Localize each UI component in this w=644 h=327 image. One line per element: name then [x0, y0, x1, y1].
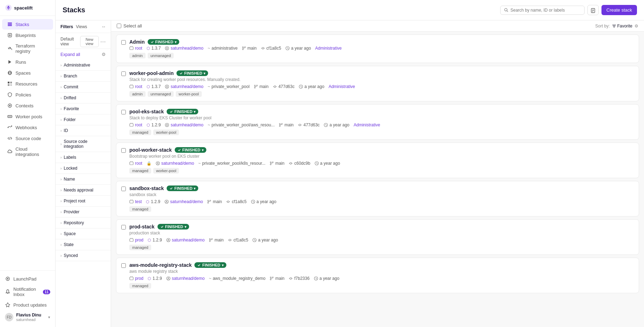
- stack-name[interactable]: sandbox-stack: [129, 185, 164, 191]
- svg-point-55: [167, 124, 168, 125]
- spacelift-logo-icon: [5, 4, 12, 11]
- sidebar-item-contexts[interactable]: Contexts: [2, 100, 53, 111]
- stack-description: production stack: [129, 231, 634, 235]
- svg-point-87: [210, 241, 211, 242]
- svg-line-21: [9, 137, 10, 140]
- search-bar[interactable]: [500, 6, 585, 15]
- commit-icon: [298, 123, 302, 127]
- stack-info: prod-stack FINISHED ▾ production stack p…: [129, 224, 634, 250]
- stack-select-checkbox[interactable]: [121, 187, 126, 191]
- stack-select-checkbox[interactable]: [121, 225, 126, 229]
- filter-item[interactable]: › Branch: [56, 71, 111, 81]
- expand-all-button[interactable]: Expand all: [60, 52, 80, 57]
- tag: managed: [129, 168, 151, 174]
- stack-name[interactable]: pool-eks-stack: [129, 109, 164, 114]
- filter-item[interactable]: › Commit: [56, 82, 111, 92]
- stack-tags: managed: [129, 245, 634, 250]
- search-input[interactable]: [510, 8, 581, 13]
- more-options-icon[interactable]: ⋯: [100, 38, 106, 45]
- stack-card-pool-eks-stack: pool-eks-stack FINISHED ▾ Stack to deplo…: [116, 104, 639, 140]
- sidebar-item-launchpad[interactable]: LaunchPad: [0, 273, 55, 284]
- filter-item[interactable]: › Repository: [56, 218, 111, 228]
- filter-label: Locked: [64, 166, 77, 171]
- chevron-icon: ›: [60, 107, 62, 111]
- sidebar-item-webhooks[interactable]: Webhooks: [2, 122, 53, 133]
- stack-select-checkbox[interactable]: [121, 71, 126, 76]
- stack-name-row: aws-module-registry-stack FINISHED ▾: [129, 262, 634, 268]
- views-button[interactable]: Views: [76, 24, 87, 29]
- filter-item[interactable]: › ID: [56, 125, 111, 136]
- create-stack-button[interactable]: Create stack: [601, 5, 637, 15]
- filter-group-folder: › Folder: [56, 114, 111, 125]
- chevron-icon: ›: [60, 74, 62, 78]
- sidebar-item-label: Policies: [15, 92, 31, 98]
- clock-icon: [252, 238, 257, 242]
- filter-item[interactable]: › Provider: [56, 207, 111, 217]
- github-icon: [166, 276, 170, 281]
- sidebar-item-terraform[interactable]: Terraform registry: [2, 41, 53, 56]
- sidebar-item-stacks[interactable]: Stacks: [2, 19, 53, 30]
- filter-item[interactable]: › Administrative: [56, 60, 111, 70]
- stack-select-checkbox[interactable]: [121, 148, 126, 153]
- filter-item[interactable]: › Synced: [56, 250, 111, 261]
- sidebar-item-worker-pools[interactable]: Worker pools: [2, 111, 53, 122]
- sidebar-item-product-updates[interactable]: Product updates: [0, 300, 55, 310]
- filter-item[interactable]: › Name: [56, 174, 111, 184]
- filter-group-needs-approval: › Needs approval: [56, 185, 111, 196]
- sidebar-item-spaces[interactable]: Spaces: [2, 68, 53, 78]
- logo-text: spacelift: [14, 5, 33, 11]
- filter-item[interactable]: › Project root: [56, 196, 111, 206]
- stack-select-checkbox[interactable]: [121, 263, 126, 268]
- stack-card-prod-stack: prod-stack FINISHED ▾ production stack p…: [116, 219, 639, 255]
- filter-item[interactable]: › State: [56, 239, 111, 250]
- filter-item[interactable]: › Favorite: [56, 103, 111, 114]
- filter-item[interactable]: › Drifted: [56, 93, 111, 103]
- stack-name[interactable]: prod-stack: [129, 224, 155, 229]
- source-code-icon: [7, 136, 13, 141]
- filters-button[interactable]: Filters: [60, 24, 73, 29]
- stack-select-checkbox[interactable]: [121, 40, 126, 45]
- stack-select-checkbox[interactable]: [121, 110, 126, 114]
- stack-name[interactable]: pool-worker-stack: [129, 147, 172, 153]
- stack-time: a year ago: [285, 46, 311, 51]
- filter-item[interactable]: › Needs approval: [56, 185, 111, 195]
- svg-rect-9: [8, 82, 9, 83]
- filter-groups: › Administrative › Branch › Commit › Dri…: [56, 60, 111, 261]
- stacks-list: Select all Sort by: Favorite ⚙ Admin: [111, 20, 644, 327]
- select-all-checkbox[interactable]: [117, 24, 121, 28]
- filter-group-repository: › Repository: [56, 218, 111, 228]
- stack-name[interactable]: Admin: [129, 39, 145, 45]
- stack-name[interactable]: worker-pool-admin: [129, 70, 174, 76]
- document-icon-button[interactable]: [587, 5, 599, 15]
- sidebar-item-blueprints[interactable]: Blueprints: [2, 30, 53, 40]
- filter-item[interactable]: › Source code integration: [56, 136, 111, 152]
- svg-point-13: [9, 105, 11, 106]
- clock-icon: [315, 161, 319, 165]
- filter-settings-icon[interactable]: ⚙: [102, 52, 106, 57]
- svg-point-88: [212, 239, 213, 240]
- sidebar-item-source-code[interactable]: Source code: [2, 133, 53, 144]
- filter-group-locked: › Locked: [56, 163, 111, 174]
- sidebar-item-notification-inbox[interactable]: Notification Inbox 11: [0, 284, 55, 300]
- sort-value[interactable]: Favorite: [612, 24, 632, 29]
- filter-item[interactable]: › Space: [56, 228, 111, 239]
- stack-name[interactable]: aws-module-registry-stack: [129, 262, 192, 268]
- filter-item[interactable]: › Locked: [56, 163, 111, 174]
- select-all-label[interactable]: Select all: [117, 23, 142, 29]
- sidebar-item-policies[interactable]: Policies: [2, 89, 53, 100]
- filter-item[interactable]: › Labels: [56, 152, 111, 163]
- new-view-button[interactable]: New view: [80, 36, 99, 47]
- terraform-version-icon: ⬡: [148, 276, 151, 281]
- sidebar-item-cloud-integrations[interactable]: Cloud integrations: [2, 144, 53, 159]
- select-bar: Select all Sort by: Favorite ⚙: [111, 20, 644, 32]
- user-item[interactable]: FD Flavius Dinu saturnhead ▾: [0, 310, 55, 324]
- stack-info: pool-worker-stack FINISHED ▾ Bootstrap w…: [129, 147, 634, 174]
- filter-item[interactable]: › Folder: [56, 114, 111, 125]
- stack-commit: 477d63c: [298, 122, 320, 127]
- stack-card-header: worker-pool-admin FINISHED ▾ Stack for c…: [121, 70, 634, 97]
- filter-group-synced: › Synced: [56, 250, 111, 261]
- sidebar-item-resources[interactable]: Resources: [2, 78, 53, 89]
- collapse-panel-icon[interactable]: ↔: [101, 24, 106, 29]
- list-settings-icon[interactable]: ⚙: [635, 24, 638, 29]
- sidebar-item-runs[interactable]: Runs: [2, 57, 53, 67]
